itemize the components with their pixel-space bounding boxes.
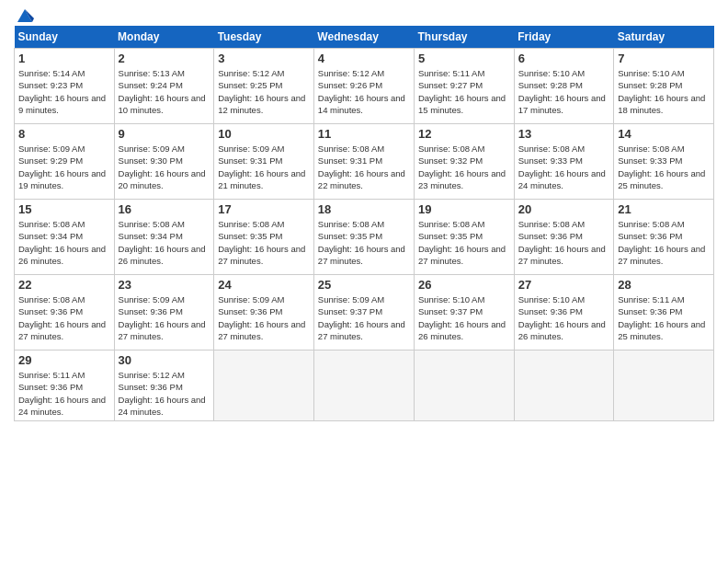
header-monday: Monday (114, 26, 214, 49)
day-info: Sunrise: 5:12 AM Sunset: 9:26 PM Dayligh… (318, 67, 410, 116)
weekday-header-row: Sunday Monday Tuesday Wednesday Thursday… (15, 26, 714, 49)
day-number: 26 (418, 278, 510, 292)
table-row: 30 Sunrise: 5:12 AM Sunset: 9:36 PM Dayl… (114, 350, 214, 421)
table-row: 13 Sunrise: 5:08 AM Sunset: 9:33 PM Dayl… (514, 124, 613, 200)
table-row: 16 Sunrise: 5:08 AM Sunset: 9:34 PM Dayl… (114, 200, 214, 275)
header-thursday: Thursday (414, 26, 514, 49)
day-info: Sunrise: 5:08 AM Sunset: 9:34 PM Dayligh… (119, 218, 210, 267)
day-number: 27 (518, 278, 609, 292)
day-info: Sunrise: 5:14 AM Sunset: 9:23 PM Dayligh… (18, 67, 110, 116)
header-wednesday: Wednesday (313, 26, 414, 49)
day-number: 13 (518, 127, 609, 141)
table-row: 29 Sunrise: 5:11 AM Sunset: 9:36 PM Dayl… (15, 350, 115, 421)
table-row: 14 Sunrise: 5:08 AM Sunset: 9:33 PM Dayl… (614, 124, 714, 200)
page: Sunday Monday Tuesday Wednesday Thursday… (0, 0, 728, 563)
table-row: 19 Sunrise: 5:08 AM Sunset: 9:35 PM Dayl… (414, 200, 514, 275)
day-number: 2 (119, 52, 210, 65)
table-row: 3 Sunrise: 5:12 AM Sunset: 9:25 PM Dayli… (214, 49, 314, 124)
day-info: Sunrise: 5:08 AM Sunset: 9:36 PM Dayligh… (518, 218, 609, 267)
day-info: Sunrise: 5:09 AM Sunset: 9:36 PM Dayligh… (119, 293, 210, 342)
day-number: 8 (18, 127, 110, 141)
table-row: 18 Sunrise: 5:08 AM Sunset: 9:35 PM Dayl… (313, 200, 414, 275)
table-row: 27 Sunrise: 5:10 AM Sunset: 9:36 PM Dayl… (514, 275, 613, 350)
day-info: Sunrise: 5:09 AM Sunset: 9:36 PM Dayligh… (218, 293, 310, 342)
day-info: Sunrise: 5:13 AM Sunset: 9:24 PM Dayligh… (119, 67, 210, 116)
day-number: 23 (119, 278, 210, 292)
header-tuesday: Tuesday (214, 26, 314, 49)
day-number: 19 (418, 202, 510, 216)
day-info: Sunrise: 5:08 AM Sunset: 9:31 PM Dayligh… (318, 143, 410, 191)
logo-icon (16, 6, 34, 24)
calendar: Sunday Monday Tuesday Wednesday Thursday… (14, 26, 714, 421)
day-info: Sunrise: 5:08 AM Sunset: 9:35 PM Dayligh… (418, 218, 510, 267)
day-number: 14 (618, 127, 710, 141)
day-info: Sunrise: 5:09 AM Sunset: 9:30 PM Dayligh… (119, 143, 210, 191)
header-friday: Friday (514, 26, 613, 49)
table-row (414, 350, 514, 421)
day-number: 28 (618, 278, 710, 292)
day-number: 4 (318, 52, 410, 65)
day-info: Sunrise: 5:09 AM Sunset: 9:31 PM Dayligh… (218, 143, 310, 191)
day-number: 6 (518, 52, 609, 65)
calendar-week-row: 29 Sunrise: 5:11 AM Sunset: 9:36 PM Dayl… (15, 350, 714, 421)
calendar-week-row: 22 Sunrise: 5:08 AM Sunset: 9:36 PM Dayl… (15, 275, 714, 350)
table-row: 26 Sunrise: 5:10 AM Sunset: 9:37 PM Dayl… (414, 275, 514, 350)
table-row: 2 Sunrise: 5:13 AM Sunset: 9:24 PM Dayli… (114, 49, 214, 124)
day-info: Sunrise: 5:08 AM Sunset: 9:36 PM Dayligh… (18, 293, 110, 342)
day-number: 25 (318, 278, 410, 292)
day-info: Sunrise: 5:08 AM Sunset: 9:32 PM Dayligh… (418, 143, 510, 191)
day-info: Sunrise: 5:12 AM Sunset: 9:36 PM Dayligh… (119, 369, 210, 418)
table-row: 5 Sunrise: 5:11 AM Sunset: 9:27 PM Dayli… (414, 49, 514, 124)
table-row: 21 Sunrise: 5:08 AM Sunset: 9:36 PM Dayl… (614, 200, 714, 275)
table-row (614, 350, 714, 421)
day-number: 10 (218, 127, 310, 141)
table-row: 20 Sunrise: 5:08 AM Sunset: 9:36 PM Dayl… (514, 200, 613, 275)
day-info: Sunrise: 5:08 AM Sunset: 9:33 PM Dayligh… (618, 143, 710, 191)
table-row (313, 350, 414, 421)
day-info: Sunrise: 5:10 AM Sunset: 9:37 PM Dayligh… (418, 293, 510, 342)
day-info: Sunrise: 5:11 AM Sunset: 9:36 PM Dayligh… (618, 293, 710, 342)
day-info: Sunrise: 5:09 AM Sunset: 9:29 PM Dayligh… (18, 143, 110, 191)
day-number: 21 (618, 202, 710, 216)
table-row: 24 Sunrise: 5:09 AM Sunset: 9:36 PM Dayl… (214, 275, 314, 350)
table-row: 8 Sunrise: 5:09 AM Sunset: 9:29 PM Dayli… (15, 124, 115, 200)
day-number: 20 (518, 202, 609, 216)
day-info: Sunrise: 5:11 AM Sunset: 9:36 PM Dayligh… (18, 369, 110, 418)
table-row: 6 Sunrise: 5:10 AM Sunset: 9:28 PM Dayli… (514, 49, 613, 124)
day-number: 29 (18, 353, 110, 367)
table-row: 7 Sunrise: 5:10 AM Sunset: 9:28 PM Dayli… (614, 49, 714, 124)
table-row: 17 Sunrise: 5:08 AM Sunset: 9:35 PM Dayl… (214, 200, 314, 275)
header-saturday: Saturday (614, 26, 714, 49)
day-info: Sunrise: 5:11 AM Sunset: 9:27 PM Dayligh… (418, 67, 510, 116)
table-row (514, 350, 613, 421)
day-number: 9 (119, 127, 210, 141)
day-number: 15 (18, 202, 110, 216)
table-row: 9 Sunrise: 5:09 AM Sunset: 9:30 PM Dayli… (114, 124, 214, 200)
table-row: 1 Sunrise: 5:14 AM Sunset: 9:23 PM Dayli… (15, 49, 115, 124)
table-row: 12 Sunrise: 5:08 AM Sunset: 9:32 PM Dayl… (414, 124, 514, 200)
day-number: 1 (18, 52, 110, 65)
day-number: 12 (418, 127, 510, 141)
day-number: 17 (218, 202, 310, 216)
day-number: 3 (218, 52, 310, 65)
day-info: Sunrise: 5:10 AM Sunset: 9:28 PM Dayligh… (518, 67, 609, 116)
day-info: Sunrise: 5:10 AM Sunset: 9:36 PM Dayligh… (518, 293, 609, 342)
day-number: 22 (18, 278, 110, 292)
day-number: 7 (618, 52, 710, 65)
table-row: 11 Sunrise: 5:08 AM Sunset: 9:31 PM Dayl… (313, 124, 414, 200)
day-number: 24 (218, 278, 310, 292)
day-info: Sunrise: 5:08 AM Sunset: 9:34 PM Dayligh… (18, 218, 110, 267)
table-row: 10 Sunrise: 5:09 AM Sunset: 9:31 PM Dayl… (214, 124, 314, 200)
header-sunday: Sunday (15, 26, 115, 49)
day-number: 16 (119, 202, 210, 216)
day-number: 11 (318, 127, 410, 141)
day-number: 5 (418, 52, 510, 65)
calendar-week-row: 1 Sunrise: 5:14 AM Sunset: 9:23 PM Dayli… (15, 49, 714, 124)
table-row: 23 Sunrise: 5:09 AM Sunset: 9:36 PM Dayl… (114, 275, 214, 350)
day-number: 18 (318, 202, 410, 216)
logo (14, 9, 34, 18)
table-row: 4 Sunrise: 5:12 AM Sunset: 9:26 PM Dayli… (313, 49, 414, 124)
day-info: Sunrise: 5:12 AM Sunset: 9:25 PM Dayligh… (218, 67, 310, 116)
day-info: Sunrise: 5:08 AM Sunset: 9:35 PM Dayligh… (218, 218, 310, 267)
table-row: 25 Sunrise: 5:09 AM Sunset: 9:37 PM Dayl… (313, 275, 414, 350)
